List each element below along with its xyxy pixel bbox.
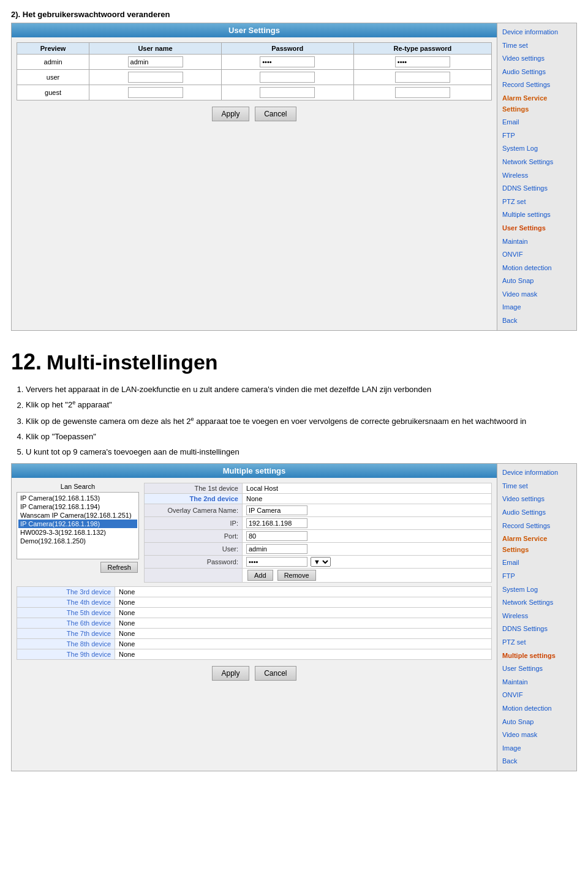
lan-list-item[interactable]: HW0029-3-3(192.168.1.132) <box>18 528 137 537</box>
port-input[interactable] <box>246 531 307 541</box>
sidebar-item-onvif[interactable]: ONVIF <box>497 248 576 262</box>
sidebar-item-device-information[interactable]: Device information <box>497 26 576 39</box>
multi-apply-button[interactable]: Apply <box>212 666 249 681</box>
username-input2[interactable] <box>128 72 183 83</box>
sidebar2-network-settings[interactable]: Network Settings <box>497 596 576 610</box>
sidebar2-audio-settings[interactable]: Audio Settings <box>497 506 576 520</box>
sidebar-item-ftp[interactable]: FTP <box>497 129 576 143</box>
sidebar-item-network-settings[interactable]: Network Settings <box>497 156 576 169</box>
sidebar2-back[interactable]: Back <box>497 755 576 768</box>
sidebar2-record-settings[interactable]: Record Settings <box>497 520 576 533</box>
password-input2[interactable] <box>260 72 315 83</box>
ip-input[interactable] <box>246 518 307 528</box>
retype-input3[interactable] <box>395 87 450 98</box>
table-row: The 3rd device None <box>17 587 492 597</box>
add-remove-buttons: Add Remove <box>243 569 492 583</box>
overlay-input[interactable] <box>246 505 307 515</box>
password-input-multi[interactable] <box>246 557 307 567</box>
sidebar-item-multiple-settings[interactable]: Multiple settings <box>497 208 576 222</box>
sidebar-item-alarm-service[interactable]: Alarm Service Settings <box>497 92 576 116</box>
col-username: User name <box>89 43 222 55</box>
user-input[interactable] <box>246 544 307 554</box>
sidebar-item-maintain[interactable]: Maintain <box>497 235 576 249</box>
lan-list-item[interactable]: IP Camera(192.168.1.194) <box>18 502 137 511</box>
sidebar-item-ddns-settings[interactable]: DDNS Settings <box>497 182 576 195</box>
sidebar2-email[interactable]: Email <box>497 556 576 570</box>
sidebar-item-back[interactable]: Back <box>497 314 576 328</box>
device9-value: None <box>115 649 492 660</box>
multi-settings-buttons: Apply Cancel <box>17 660 492 687</box>
sidebar-item-record-settings[interactable]: Record Settings <box>497 78 576 92</box>
device6-value: None <box>115 618 492 629</box>
device-settings-container: The 1st device Local Host The 2nd device… <box>144 483 492 583</box>
lan-list-item[interactable]: Demo(192.168.1.250) <box>18 537 137 545</box>
sidebar-item-auto-snap[interactable]: Auto Snap <box>497 274 576 288</box>
sidebar-item-audio-settings[interactable]: Audio Settings <box>497 66 576 79</box>
sidebar-item-system-log[interactable]: System Log <box>497 142 576 156</box>
sidebar-item-motion-detection[interactable]: Motion detection <box>497 262 576 275</box>
sidebar2-wireless[interactable]: Wireless <box>497 610 576 623</box>
password-select[interactable]: ▼ <box>311 557 331 567</box>
retype-input2[interactable] <box>395 72 450 83</box>
device4-label: The 4th device <box>17 597 115 608</box>
sidebar2-ftp[interactable]: FTP <box>497 570 576 583</box>
device8-label: The 8th device <box>17 639 115 649</box>
sidebar-item-user-settings[interactable]: User Settings <box>497 222 576 235</box>
multi-cancel-button[interactable]: Cancel <box>255 666 296 681</box>
device9-label: The 9th device <box>17 649 115 660</box>
cancel-button[interactable]: Cancel <box>255 107 296 121</box>
sidebar-item-email[interactable]: Email <box>497 116 576 129</box>
sidebar2-auto-snap[interactable]: Auto Snap <box>497 716 576 729</box>
lan-list[interactable]: IP Camera(192.168.1.153) IP Camera(192.1… <box>17 492 139 559</box>
remove-button[interactable]: Remove <box>277 570 316 581</box>
sidebar2-video-settings[interactable]: Video settings <box>497 493 576 506</box>
row-retype <box>353 55 491 70</box>
sidebar2-time-set[interactable]: Time set <box>497 480 576 493</box>
table-row: The 4th device None <box>17 597 492 608</box>
device4-value: None <box>115 597 492 608</box>
sidebar2-onvif[interactable]: ONVIF <box>497 689 576 702</box>
device8-value: None <box>115 639 492 649</box>
sidebar2-motion-detection[interactable]: Motion detection <box>497 702 576 716</box>
retype-input[interactable] <box>395 56 450 67</box>
apply-button[interactable]: Apply <box>212 107 249 121</box>
sidebar2-ptz-set[interactable]: PTZ set <box>497 636 576 649</box>
section12-header: 12. Multi-instellingen <box>11 349 577 375</box>
sidebar2-video-mask[interactable]: Video mask <box>497 728 576 742</box>
sidebar2-ddns-settings[interactable]: DDNS Settings <box>497 622 576 636</box>
row-preview: user <box>17 70 89 85</box>
lan-list-item[interactable]: IP Camera(192.168.1.153) <box>18 494 137 502</box>
sidebar2-image[interactable]: Image <box>497 742 576 755</box>
sidebar2-system-log[interactable]: System Log <box>497 583 576 597</box>
sidebar-item-video-mask[interactable]: Video mask <box>497 288 576 301</box>
username-input3[interactable] <box>128 87 183 98</box>
sidebar2-multiple-settings[interactable]: Multiple settings <box>497 649 576 663</box>
multi-settings-panel: Multiple settings Lan Search IP Camera(1… <box>12 464 497 771</box>
refresh-button[interactable]: Refresh <box>100 562 138 573</box>
list-item: Ververs het apparaat in de LAN-zoekfunct… <box>26 384 577 396</box>
table-row: Overlay Camera Name: <box>145 504 492 517</box>
sidebar2-user-settings[interactable]: User Settings <box>497 662 576 676</box>
sidebar2-device-information[interactable]: Device information <box>497 466 576 480</box>
list-item: Klik op de gewenste camera om deze als h… <box>26 415 577 428</box>
user-value <box>243 543 492 556</box>
table-row: user <box>17 70 492 85</box>
password-input3[interactable] <box>260 87 315 98</box>
lan-list-item[interactable]: Wanscam IP Camera(192.168.1.251) <box>18 511 137 520</box>
col-preview: Preview <box>17 43 89 55</box>
sidebar2-alarm-service[interactable]: Alarm Service Settings <box>497 532 576 556</box>
user-settings-title: User Settings <box>12 23 497 37</box>
row-password <box>221 55 353 70</box>
sidebar-item-time-set[interactable]: Time set <box>497 39 576 53</box>
sidebar-item-ptz-set[interactable]: PTZ set <box>497 195 576 209</box>
password-input[interactable] <box>260 56 315 67</box>
add-button[interactable]: Add <box>247 570 273 581</box>
sidebar2-maintain[interactable]: Maintain <box>497 676 576 689</box>
sidebar-item-wireless[interactable]: Wireless <box>497 169 576 183</box>
lan-list-item-selected[interactable]: IP Camera(192.168.1.198) <box>18 520 137 528</box>
sidebar-item-image[interactable]: Image <box>497 301 576 314</box>
sidebar-item-video-settings[interactable]: Video settings <box>497 52 576 66</box>
row-preview: admin <box>17 55 89 70</box>
sidebar1: Device information Time set Video settin… <box>497 23 576 330</box>
username-input[interactable] <box>128 56 183 67</box>
